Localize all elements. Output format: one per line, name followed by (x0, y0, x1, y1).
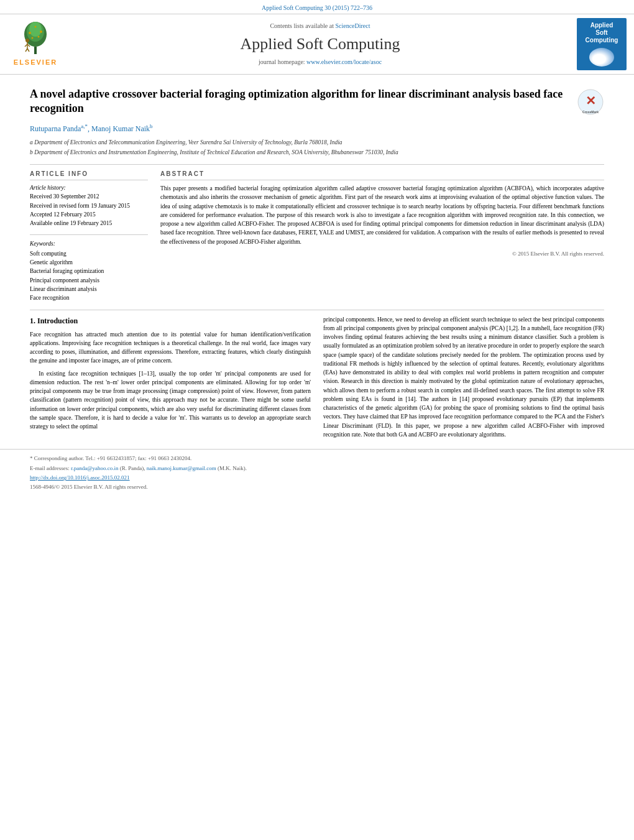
author-rutuparna: Rutuparna Panda (30, 124, 81, 133)
divider-3 (30, 310, 604, 310)
svg-point-10 (25, 39, 29, 42)
journal-title: Applied Soft Computing (73, 33, 567, 55)
affiliations: a Department of Electronics and Telecomm… (30, 138, 604, 157)
abstract-header: Abstract (160, 170, 604, 180)
logo-title: AppliedSoftComputing (586, 22, 618, 44)
svg-point-5 (29, 32, 31, 34)
accepted-date: Accepted 12 February 2015 (30, 211, 148, 219)
email-note: E-mail addresses: r.panda@yahoo.co.in (R… (30, 464, 604, 473)
keywords-section: Keywords: Soft computing Genetic algorit… (30, 240, 148, 303)
info-abstract-row: Article Info Article history: Received 3… (30, 170, 604, 303)
journal-logo-box: AppliedSoftComputing (577, 18, 627, 70)
body-text: 1. Introduction Face recognition has att… (30, 315, 604, 443)
body-col-right: principal components. Hence, we need to … (323, 315, 604, 443)
body-p3: principal components. Hence, we need to … (323, 315, 604, 440)
article-content: A novel adaptive crossover bacterial for… (0, 75, 634, 449)
header-center: Contents lists available at ScienceDirec… (73, 22, 567, 67)
copyright-line: © 2015 Elsevier B.V. All rights reserved… (160, 250, 604, 258)
journal-top-link-text[interactable]: Applied Soft Computing 30 (2015) 722–736 (262, 4, 372, 11)
contents-link: Contents lists available at ScienceDirec… (73, 22, 567, 30)
keywords-list: Soft computing Genetic algorithm Bacteri… (30, 250, 148, 303)
article-title-row: A novel adaptive crossover bacterial for… (30, 87, 604, 116)
svg-point-9 (35, 26, 37, 28)
received-date: Received 30 September 2012 (30, 193, 148, 201)
affiliation-a: a Department of Electronics and Telecomm… (30, 138, 604, 147)
elsevier-tree-icon (14, 21, 57, 57)
author-manoj: Manoj Kumar Naik (91, 124, 150, 133)
corresponding-note: * Corresponding author. Tel.: +91 663243… (30, 455, 604, 463)
svg-point-4 (29, 22, 42, 37)
abstract-col: Abstract This paper presents a modified … (160, 170, 604, 303)
article-history: Article history: Received 30 September 2… (30, 184, 148, 228)
journal-homepage-link[interactable]: www.elsevier.com/locate/asoc (306, 58, 382, 65)
keyword-5: Linear discriminant analysis (30, 285, 148, 293)
authors-line: Rutuparna Pandaa,*, Manoj Kumar Naikb (30, 122, 604, 134)
page: Applied Soft Computing 30 (2015) 722–736 (0, 0, 634, 840)
body-p2: In existing face recognition techniques … (30, 369, 311, 432)
doi-link[interactable]: http://dx.doi.org/10.1016/j.asoc.2015.02… (30, 474, 604, 482)
keyword-1: Soft computing (30, 250, 148, 258)
keyword-4: Principal component analysis (30, 277, 148, 285)
svg-line-14 (25, 48, 27, 52)
received-revised-date: Received in revised form 19 January 2015 (30, 202, 148, 210)
journal-homepage: journal homepage: www.elsevier.com/locat… (73, 58, 567, 67)
body-col-left: 1. Introduction Face recognition has att… (30, 315, 311, 443)
divider-2 (30, 234, 148, 235)
email-a-link[interactable]: r.panda@yahoo.co.in (71, 465, 119, 471)
divider-1 (30, 164, 604, 165)
author-a-sup: a,* (81, 123, 88, 129)
keywords-label: Keywords: (30, 240, 148, 248)
elsevier-label: ELSEVIER (14, 58, 57, 67)
article-info-header: Article Info (30, 170, 148, 180)
logo-circle-graphic (589, 48, 614, 67)
elsevier-logo: ELSEVIER (7, 21, 63, 67)
keyword-6: Face recognition (30, 294, 148, 302)
footer-issn: 1568-4946/© 2015 Elsevier B.V. All right… (30, 483, 604, 491)
journal-header: ELSEVIER Contents lists available at Sci… (0, 14, 634, 75)
article-info-col: Article Info Article history: Received 3… (30, 170, 148, 303)
svg-point-8 (38, 36, 40, 38)
author-b-sup: b (150, 123, 153, 129)
svg-point-7 (32, 37, 34, 39)
svg-text:CrossMark: CrossMark (582, 110, 599, 114)
svg-text:✕: ✕ (586, 94, 596, 108)
footer: * Corresponding author. Tel.: +91 663243… (0, 449, 634, 496)
history-label: Article history: (30, 184, 148, 192)
svg-line-15 (27, 48, 29, 52)
keyword-2: Genetic algorithm (30, 259, 148, 267)
svg-point-6 (40, 30, 42, 33)
keyword-3: Bacterial foraging optimization (30, 267, 148, 275)
body-p1: Face recognition has attracted much atte… (30, 330, 311, 366)
journal-top-link[interactable]: Applied Soft Computing 30 (2015) 722–736 (0, 0, 634, 14)
article-title-text: A novel adaptive crossover bacterial for… (30, 87, 577, 116)
available-date: Available online 19 February 2015 (30, 219, 148, 228)
section1-title: 1. Introduction (30, 315, 311, 326)
email-b-link[interactable]: naik.manoj.kumar@gmail.com (147, 465, 216, 471)
abstract-text: This paper presents a modified bacterial… (160, 184, 604, 246)
affiliation-b: b Department of Electronics and Instrume… (30, 148, 604, 157)
svg-rect-0 (34, 47, 37, 54)
crossmark-icon[interactable]: ✕ CrossMark (577, 88, 604, 116)
sciencedirect-link[interactable]: ScienceDirect (335, 22, 370, 29)
